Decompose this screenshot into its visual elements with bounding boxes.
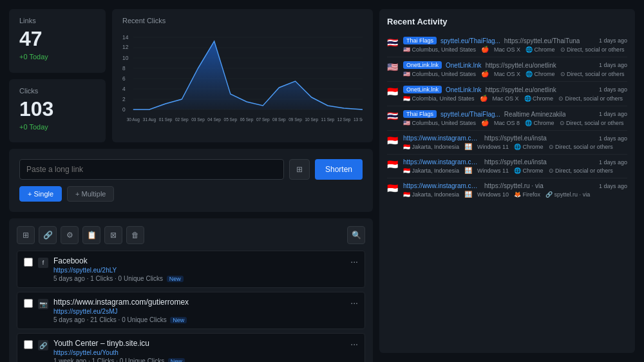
activity-item: 🇮🇩 https://www.instagram.com/gut... http… [387,178,627,202]
activity-flag: 🇹🇭 [387,111,398,121]
link-checkbox-2[interactable] [24,299,33,308]
link-meta-text-1: 5 days ago · 1 Clicks · 0 Unique Clicks [53,275,163,282]
svg-text:6: 6 [122,75,126,82]
activity-location: 🇮🇩 Jakarta, Indonesia [403,144,459,150]
activity-browser: 🌐 Chrome [526,71,555,77]
link-title-2: https://www.instagram.com/gutierromex [53,298,345,307]
svg-text:8: 8 [122,65,126,71]
activity-location: 🇮🇩 Jakarta, Indonesia [403,191,459,198]
activity-dest: https://spyttel.eu/insta [484,158,547,166]
activity-time: 1 days ago [599,111,627,117]
chart-svg: 14 12 10 8 6 4 2 0 [122,30,363,133]
toolbar-grid-icon[interactable]: ⊞ [17,226,35,244]
single-toggle-button[interactable]: + Single [19,186,62,202]
activity-title: Recent Activity [387,17,627,26]
svg-text:01 Sep: 01 Sep [159,117,173,122]
activity-tag: Thai Flags [403,37,437,44]
link-checkbox-3[interactable] [24,340,33,349]
activity-browser: 🌐 Chrome [526,46,555,53]
toolbar-copy-icon[interactable]: 📋 [82,226,100,244]
toolbar-search-icon[interactable]: 🔍 [347,226,365,244]
link-favicon-2: 📷 [38,299,48,309]
link-tag-1: New [167,276,184,282]
activity-location: 🇮🇩 Jakarta, Indonesia [403,167,459,174]
activity-source: ⊙ Direct, social or others [560,120,624,126]
recent-activity-panel: Recent Activity 🇹🇭 Thai Flags spyttel.eu… [379,9,635,353]
svg-text:10 Sep: 10 Sep [305,117,318,122]
activity-list: 🇹🇭 Thai Flags spyttel.eu/ThaiFlag... htt… [387,33,627,342]
link-more-2[interactable]: ··· [350,298,358,308]
activity-dest: https://spyttel.eu/onetlink [486,62,556,69]
link-tag-2: New [170,317,187,323]
activity-flag: 🇮🇩 [387,135,398,146]
activity-os: Mac OS 8 [494,120,520,126]
svg-text:2: 2 [122,96,126,102]
activity-dest: https://spyttel.eu/onetlink [486,86,556,93]
activity-browser: 🌐 Chrome [514,167,544,174]
link-short-3[interactable]: https://spyttel.eu/Youth [53,349,345,356]
link-checkbox-1[interactable] [24,258,33,267]
activity-dest: https://spyttel.eu/insta [484,135,547,142]
activity-link[interactable]: https://www.instagram.com/gut... [403,135,480,142]
activity-link[interactable]: https://www.instagram.com/gut... [403,182,480,189]
chart-title: Recent Clicks [122,17,363,24]
link-row: f Facebook https://spyttel.eu/2hLY 5 day… [17,251,365,288]
activity-content: OnetLink.lnk OnetLink.lnk https://spytte… [403,86,627,102]
links-stat-card: Links 47 +0 Today [9,9,106,73]
activity-item: 🇺🇸 OnetLink.lnk OnetLink.lnk https://spy… [387,57,627,82]
activity-time: 1 days ago [599,37,627,44]
activity-source: ⊙ Direct, social or others [549,144,613,150]
activity-os-icon: 🍎 [481,46,489,53]
link-short-1[interactable]: https://spyttel.eu/2hLY [53,267,345,274]
activity-os-icon: 🪟 [464,167,472,174]
activity-source: ⊙ Direct, social or others [558,95,623,102]
shorten-input[interactable] [19,159,284,180]
activity-link[interactable]: OnetLink.lnk [446,62,482,69]
clicks-stat-title: Clicks [19,87,95,95]
activity-content: OnetLink.lnk OnetLink.lnk https://spytte… [403,61,627,77]
link-info-1: Facebook https://spyttel.eu/2hLY 5 days … [53,256,345,282]
link-more-3[interactable]: ··· [350,339,358,349]
shorten-card: ⊞ Shorten + Single + Multiple [9,149,373,212]
clicks-stat-value: 103 [19,99,95,119]
links-stat-value: 47 [19,28,95,49]
activity-os-icon: 🍎 [480,95,488,102]
toolbar-archive-icon[interactable]: ⊠ [104,226,122,244]
activity-os: Windows 11 [477,167,509,174]
links-stat-delta: +0 Today [19,53,95,61]
activity-flag: 🇮🇩 [387,159,398,169]
activity-browser: 🌐 Chrome [525,120,554,126]
activity-location: 🇮🇩 Colombia, United States [403,95,475,102]
link-short-2[interactable]: https://spyttel.eu/2sMJ [53,308,345,315]
link-info-3: Youth Center – tinyb.site.icu https://sp… [53,339,345,362]
svg-text:0: 0 [122,106,126,113]
activity-os: Mac OS X [494,46,520,53]
link-meta-2: 5 days ago · 21 Clicks · 0 Unique Clicks… [53,316,345,323]
activity-link[interactable]: OnetLink.lnk [446,86,482,93]
activity-link[interactable]: spyttel.eu/ThaiFlag... [440,111,500,118]
multiple-toggle-button[interactable]: + Multiple [67,186,114,202]
shorten-button[interactable]: Shorten [315,159,363,180]
activity-location: 🇺🇸 Columbus, United States [403,71,476,77]
grid-icon-button[interactable]: ⊞ [289,159,310,180]
activity-link[interactable]: spyttel.eu/ThaiFlag... [440,37,500,44]
svg-text:08 Sep: 08 Sep [272,117,286,122]
link-more-1[interactable]: ··· [350,256,358,267]
link-info-2: https://www.instagram.com/gutierromex ht… [53,298,345,323]
activity-browser: 🌐 Chrome [514,144,544,150]
toolbar-settings-icon[interactable]: ⚙ [61,226,79,244]
link-row: 🔗 Youth Center – tinyb.site.icu https://… [17,333,365,362]
clicks-stat-card: Clicks 103 +0 Today [9,79,106,143]
toolbar-delete-icon[interactable]: 🗑 [126,226,144,244]
activity-content: https://www.instagram.com/gut... https:/… [403,158,627,174]
toolbar-link-icon[interactable]: 🔗 [39,226,57,244]
svg-text:09 Sep: 09 Sep [289,117,302,122]
activity-location: 🇺🇸 Columbus, United States [403,46,476,53]
activity-source: ⊙ Direct, social or others [549,167,613,174]
link-favicon-3: 🔗 [38,340,48,350]
activity-link[interactable]: https://www.instagram.com/gut... [403,158,480,166]
link-meta-text-2: 5 days ago · 21 Clicks · 0 Unique Clicks [53,316,167,323]
svg-text:02 Sep: 02 Sep [175,117,189,122]
activity-content: Thai Flags spyttel.eu/ThaiFlag... https:… [403,37,627,53]
activity-time: 1 days ago [599,62,627,68]
